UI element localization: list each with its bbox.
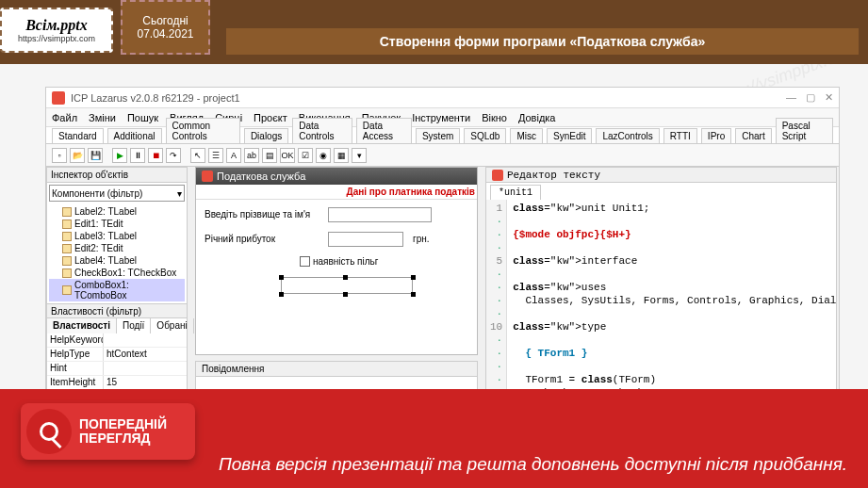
tab-chart[interactable]: Chart <box>735 128 771 143</box>
tab-properties[interactable]: Властивості <box>47 318 117 333</box>
prop-name: ItemHeight <box>47 376 104 389</box>
toolbar-open-icon[interactable]: 📂 <box>70 148 85 163</box>
minimize-button[interactable]: — <box>786 91 796 104</box>
toolbar-run-icon[interactable]: ▶ <box>112 148 127 163</box>
menu-window[interactable]: Вікно <box>482 112 507 123</box>
tab-sqldb[interactable]: SQLdb <box>464 128 506 143</box>
filter-label: Компоненти (фільтр) <box>52 188 142 199</box>
title-banner: Створення форми програми «Податкова служ… <box>226 28 859 55</box>
close-button[interactable]: ✕ <box>825 91 833 104</box>
tab-synedit[interactable]: SynEdit <box>547 128 592 143</box>
logo-url: https://vsimpptx.com <box>18 34 95 43</box>
menu-project[interactable]: Проєкт <box>254 112 287 123</box>
menu-edit[interactable]: Зміни <box>89 112 116 123</box>
component-icon <box>62 268 72 278</box>
selection-handle[interactable] <box>343 275 348 280</box>
label-surname[interactable]: Введіть прізвище та ім'я <box>204 209 311 220</box>
prop-value[interactable]: 15 <box>104 376 187 389</box>
tree-item[interactable]: Edit1: TEdit <box>49 218 185 230</box>
tab-events[interactable]: Події <box>117 318 151 333</box>
tree-item[interactable]: CheckBox1: TCheckBox <box>49 267 185 279</box>
preview-button[interactable]: ПОПЕРЕДНІЙ ПЕРЕГЛЯД <box>21 403 195 460</box>
property-row[interactable]: HelpKeyword <box>47 333 187 348</box>
label-income[interactable]: Річний прибуток <box>204 234 276 244</box>
selection-handle[interactable] <box>411 292 416 297</box>
form-icon <box>202 171 213 182</box>
menu-help[interactable]: Довідка <box>518 112 556 123</box>
checkbox-benefits[interactable]: наявність пільг <box>300 256 378 267</box>
component-memo-icon[interactable]: ▤ <box>262 148 277 163</box>
editor-tab[interactable]: *unit1 <box>490 185 541 200</box>
component-listbox-icon[interactable]: ▦ <box>334 148 349 163</box>
menu-file[interactable]: Файл <box>52 112 77 123</box>
tab-lazcontrols[interactable]: LazControls <box>596 128 659 143</box>
checkbox-icon[interactable] <box>300 256 310 267</box>
menu-tools[interactable]: Інструменти <box>412 112 470 123</box>
tab-dataaccess[interactable]: Data Access <box>356 118 412 143</box>
tab-dialogs[interactable]: Dialogs <box>244 128 288 143</box>
component-label-icon[interactable]: A <box>226 148 241 163</box>
selection-handle[interactable] <box>411 275 416 280</box>
component-checkbox-icon[interactable]: ☑ <box>298 148 313 163</box>
messages-title: Повідомлення <box>196 362 477 377</box>
selection-handle[interactable] <box>279 275 284 280</box>
form-designer[interactable]: Податкова служба Дані про платника подат… <box>195 167 478 355</box>
component-edit-icon[interactable]: ab <box>244 148 259 163</box>
tree-item-selected[interactable]: ComboBox1: TComboBox <box>49 279 185 301</box>
logo-text: Всім.pptx <box>25 17 88 34</box>
overlay-message: Повна версія презентації та решта доповн… <box>217 453 849 477</box>
prop-value[interactable] <box>104 333 187 347</box>
form-title: Податкова служба <box>217 171 305 182</box>
prop-name: HelpKeyword <box>47 333 104 347</box>
component-radio-icon[interactable]: ◉ <box>316 148 331 163</box>
component-pointer-icon[interactable]: ↖ <box>190 148 205 163</box>
tab-standard[interactable]: Standard <box>52 128 104 143</box>
component-menu-icon[interactable]: ☰ <box>208 148 223 163</box>
tab-system[interactable]: System <box>416 128 460 143</box>
selection-handle[interactable] <box>343 292 348 297</box>
preview-label: ПОПЕРЕДНІЙ ПЕРЕГЛЯД <box>79 417 167 447</box>
toolbar-step-icon[interactable]: ↷ <box>166 148 181 163</box>
component-icon <box>62 207 72 217</box>
tree-item[interactable]: Label2: TLabel <box>49 205 185 218</box>
component-filter[interactable]: Компоненти (фільтр) ▾ <box>49 185 185 202</box>
form-body[interactable]: Введіть прізвище та ім'я Річний прибуток… <box>196 200 477 354</box>
toolbar-stop-icon[interactable]: ⏹ <box>148 148 163 163</box>
tab-favorites[interactable]: Обрані <box>151 318 193 333</box>
tree-item[interactable]: Edit2: TEdit <box>49 242 185 254</box>
tab-ipro[interactable]: IPro <box>701 128 731 143</box>
component-icon <box>62 285 72 295</box>
selection-handle[interactable] <box>279 292 284 297</box>
properties-filter[interactable]: Властивості (фільтр) <box>47 303 187 318</box>
component-button-icon[interactable]: OK <box>280 148 295 163</box>
window-controls: — ▢ ✕ <box>786 91 833 104</box>
component-combo-icon[interactable]: ▾ <box>352 148 367 163</box>
menu-search[interactable]: Пошук <box>127 112 158 123</box>
edit-income[interactable] <box>328 232 403 247</box>
toolbar-new-icon[interactable]: ▫ <box>52 148 67 163</box>
prop-value[interactable] <box>104 362 187 375</box>
editor-title: Редактор тексту <box>486 168 836 183</box>
toolbar-pause-icon[interactable]: ⏸ <box>130 148 145 163</box>
property-row[interactable]: ItemHeight15 <box>47 376 187 390</box>
tree-item[interactable]: Label3: TLabel <box>49 230 185 242</box>
form-titlebar[interactable]: Податкова служба <box>196 168 477 185</box>
lazarus-icon <box>52 91 65 105</box>
property-row[interactable]: Hint <box>47 362 187 376</box>
ide-titlebar[interactable]: ICP Lazarus v2.0.8 r62129 - project1 — ▢… <box>46 88 839 108</box>
tab-datacontrols[interactable]: Data Controls <box>292 118 352 143</box>
component-icon <box>62 232 72 241</box>
tree-item[interactable]: Label4: TLabel <box>49 254 185 267</box>
tab-pascalscript[interactable]: Pascal Script <box>776 118 833 143</box>
tab-common[interactable]: Common Controls <box>166 118 240 143</box>
inspector-title: Інспектор об'єктів <box>47 168 187 183</box>
prop-value[interactable]: htContext <box>104 348 187 361</box>
maximize-button[interactable]: ▢ <box>806 91 815 104</box>
tab-misc[interactable]: Misc <box>510 128 543 143</box>
property-row[interactable]: HelpTypehtContext <box>47 348 187 362</box>
edit-surname[interactable] <box>328 207 432 222</box>
toolbar-save-icon[interactable]: 💾 <box>88 148 103 163</box>
tab-additional[interactable]: Additional <box>107 128 162 143</box>
form-header-label: Дані про платника податків <box>196 185 477 200</box>
tab-rtti[interactable]: RTTI <box>663 128 697 143</box>
